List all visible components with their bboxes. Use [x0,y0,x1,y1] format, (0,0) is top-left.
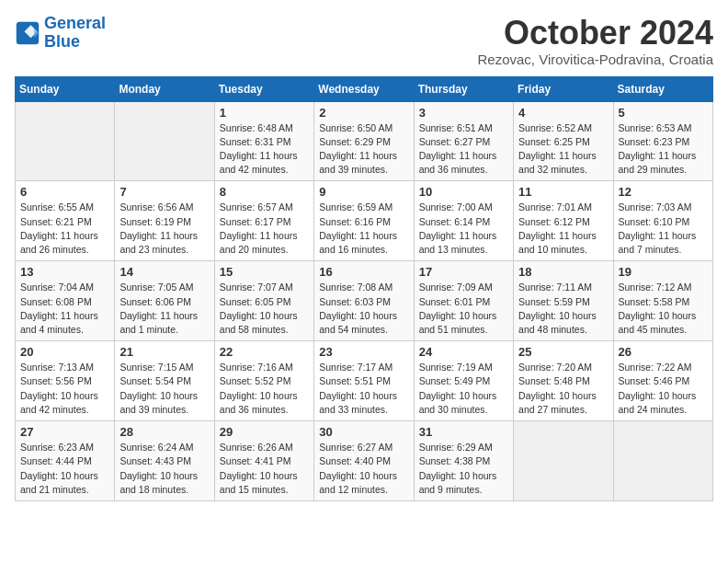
calendar-cell: 12Sunrise: 7:03 AM Sunset: 6:10 PM Dayli… [613,181,712,261]
calendar-cell: 18Sunrise: 7:11 AM Sunset: 5:59 PM Dayli… [514,261,613,341]
title-block: October 2024 Rezovac, Virovitica-Podravi… [477,15,713,67]
day-info: Sunrise: 6:55 AM Sunset: 6:21 PM Dayligh… [20,201,109,257]
calendar-cell: 22Sunrise: 7:16 AM Sunset: 5:52 PM Dayli… [214,341,313,421]
calendar-cell: 6Sunrise: 6:55 AM Sunset: 6:21 PM Daylig… [16,181,115,261]
day-number: 20 [20,345,109,359]
day-info: Sunrise: 7:12 AM Sunset: 5:58 PM Dayligh… [619,281,708,337]
day-info: Sunrise: 7:13 AM Sunset: 5:56 PM Dayligh… [20,361,109,417]
calendar-cell: 7Sunrise: 6:56 AM Sunset: 6:19 PM Daylig… [115,181,214,261]
calendar-week-3: 13Sunrise: 7:04 AM Sunset: 6:08 PM Dayli… [16,261,713,341]
page-header: General Blue October 2024 Rezovac, Virov… [15,15,713,67]
day-number: 27 [20,425,109,439]
day-number: 12 [619,185,708,199]
day-number: 19 [619,265,708,279]
day-number: 29 [220,425,309,439]
calendar-cell: 3Sunrise: 6:51 AM Sunset: 6:27 PM Daylig… [414,101,513,181]
calendar-week-5: 27Sunrise: 6:23 AM Sunset: 4:44 PM Dayli… [16,421,713,501]
calendar-cell [115,101,214,181]
day-number: 16 [319,265,408,279]
logo-icon [15,20,40,46]
day-info: Sunrise: 6:53 AM Sunset: 6:23 PM Dayligh… [619,121,708,178]
logo-line2: Blue [44,32,80,51]
day-number: 13 [20,265,109,279]
day-number: 23 [319,345,408,359]
day-info: Sunrise: 7:15 AM Sunset: 5:54 PM Dayligh… [119,361,209,417]
day-info: Sunrise: 7:19 AM Sunset: 5:49 PM Dayligh… [419,361,508,417]
calendar-cell: 4Sunrise: 6:52 AM Sunset: 6:25 PM Daylig… [514,101,613,181]
calendar-week-4: 20Sunrise: 7:13 AM Sunset: 5:56 PM Dayli… [16,341,713,421]
day-number: 1 [220,106,309,120]
calendar-cell: 30Sunrise: 6:27 AM Sunset: 4:40 PM Dayli… [314,421,414,501]
calendar-header: SundayMondayTuesdayWednesdayThursdayFrid… [16,76,713,101]
calendar-cell: 31Sunrise: 6:29 AM Sunset: 4:38 PM Dayli… [414,421,513,501]
day-info: Sunrise: 7:17 AM Sunset: 5:51 PM Dayligh… [319,361,408,417]
day-info: Sunrise: 6:26 AM Sunset: 4:41 PM Dayligh… [220,441,309,497]
day-number: 18 [518,265,608,279]
calendar-cell: 5Sunrise: 6:53 AM Sunset: 6:23 PM Daylig… [613,101,712,181]
day-info: Sunrise: 7:16 AM Sunset: 5:52 PM Dayligh… [220,361,309,417]
calendar-cell [514,421,613,501]
day-number: 21 [119,345,209,359]
day-info: Sunrise: 7:01 AM Sunset: 6:12 PM Dayligh… [518,201,608,257]
header-cell-sunday: Sunday [16,76,115,101]
day-info: Sunrise: 6:48 AM Sunset: 6:31 PM Dayligh… [220,121,309,178]
calendar-cell: 1Sunrise: 6:48 AM Sunset: 6:31 PM Daylig… [214,101,313,181]
month-title: October 2024 [477,15,713,52]
header-cell-wednesday: Wednesday [314,76,414,101]
day-info: Sunrise: 6:24 AM Sunset: 4:43 PM Dayligh… [119,441,209,497]
day-info: Sunrise: 6:50 AM Sunset: 6:29 PM Dayligh… [319,121,408,178]
calendar-cell: 19Sunrise: 7:12 AM Sunset: 5:58 PM Dayli… [613,261,712,341]
day-number: 14 [119,265,209,279]
calendar-cell: 23Sunrise: 7:17 AM Sunset: 5:51 PM Dayli… [314,341,414,421]
day-number: 2 [319,106,408,120]
calendar-cell: 14Sunrise: 7:05 AM Sunset: 6:06 PM Dayli… [115,261,214,341]
day-info: Sunrise: 7:11 AM Sunset: 5:59 PM Dayligh… [518,281,608,337]
day-info: Sunrise: 7:08 AM Sunset: 6:03 PM Dayligh… [319,281,408,337]
day-number: 10 [419,185,508,199]
calendar-cell: 28Sunrise: 6:24 AM Sunset: 4:43 PM Dayli… [115,421,214,501]
calendar-cell: 16Sunrise: 7:08 AM Sunset: 6:03 PM Dayli… [314,261,414,341]
day-number: 8 [220,185,309,199]
day-number: 31 [419,425,508,439]
day-info: Sunrise: 6:59 AM Sunset: 6:16 PM Dayligh… [319,201,408,257]
day-number: 22 [220,345,309,359]
day-info: Sunrise: 6:29 AM Sunset: 4:38 PM Dayligh… [419,441,508,497]
day-number: 26 [619,345,708,359]
calendar-week-2: 6Sunrise: 6:55 AM Sunset: 6:21 PM Daylig… [16,181,713,261]
calendar-week-1: 1Sunrise: 6:48 AM Sunset: 6:31 PM Daylig… [16,101,713,181]
logo-text: General Blue [44,15,106,52]
day-number: 7 [119,185,209,199]
day-number: 25 [518,345,608,359]
calendar-cell: 25Sunrise: 7:20 AM Sunset: 5:48 PM Dayli… [514,341,613,421]
day-info: Sunrise: 7:05 AM Sunset: 6:06 PM Dayligh… [119,281,209,337]
header-row: SundayMondayTuesdayWednesdayThursdayFrid… [16,76,713,101]
day-info: Sunrise: 7:22 AM Sunset: 5:46 PM Dayligh… [619,361,708,417]
calendar-cell: 26Sunrise: 7:22 AM Sunset: 5:46 PM Dayli… [613,341,712,421]
day-number: 15 [220,265,309,279]
calendar-cell: 20Sunrise: 7:13 AM Sunset: 5:56 PM Dayli… [16,341,115,421]
calendar-table: SundayMondayTuesdayWednesdayThursdayFrid… [15,76,713,501]
day-info: Sunrise: 6:27 AM Sunset: 4:40 PM Dayligh… [319,441,408,497]
calendar-cell: 29Sunrise: 6:26 AM Sunset: 4:41 PM Dayli… [214,421,313,501]
calendar-cell: 9Sunrise: 6:59 AM Sunset: 6:16 PM Daylig… [314,181,414,261]
header-cell-saturday: Saturday [613,76,712,101]
day-info: Sunrise: 7:00 AM Sunset: 6:14 PM Dayligh… [419,201,508,257]
day-info: Sunrise: 7:07 AM Sunset: 6:05 PM Dayligh… [220,281,309,337]
day-info: Sunrise: 6:57 AM Sunset: 6:17 PM Dayligh… [220,201,309,257]
header-cell-tuesday: Tuesday [214,76,313,101]
day-number: 4 [518,106,608,120]
day-number: 6 [20,185,109,199]
day-info: Sunrise: 7:03 AM Sunset: 6:10 PM Dayligh… [619,201,708,257]
calendar-cell: 15Sunrise: 7:07 AM Sunset: 6:05 PM Dayli… [214,261,313,341]
header-cell-monday: Monday [115,76,214,101]
calendar-cell: 27Sunrise: 6:23 AM Sunset: 4:44 PM Dayli… [16,421,115,501]
header-cell-friday: Friday [514,76,613,101]
calendar-cell: 13Sunrise: 7:04 AM Sunset: 6:08 PM Dayli… [16,261,115,341]
day-number: 30 [319,425,408,439]
calendar-cell: 17Sunrise: 7:09 AM Sunset: 6:01 PM Dayli… [414,261,513,341]
calendar-cell: 10Sunrise: 7:00 AM Sunset: 6:14 PM Dayli… [414,181,513,261]
day-number: 17 [419,265,508,279]
calendar-cell: 24Sunrise: 7:19 AM Sunset: 5:49 PM Dayli… [414,341,513,421]
day-number: 9 [319,185,408,199]
day-info: Sunrise: 6:56 AM Sunset: 6:19 PM Dayligh… [119,201,209,257]
